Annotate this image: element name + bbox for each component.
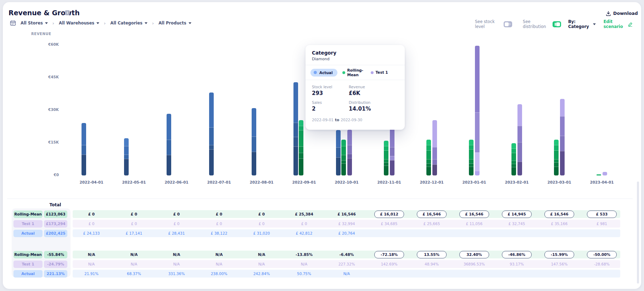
- stat-stock-level: Stock level 293: [312, 85, 347, 96]
- table-cell: £ 32,745: [497, 220, 536, 228]
- legend-item-rolling-mean[interactable]: Rolling-Mean: [342, 68, 366, 77]
- bar-segment: [299, 126, 303, 130]
- table-cell: £ 0: [72, 220, 111, 228]
- download-icon: [606, 11, 611, 16]
- bar-segment: [390, 129, 394, 147]
- bar-rm[interactable]: [597, 174, 601, 175]
- bar-segment: [554, 167, 559, 175]
- bar-rm[interactable]: [554, 140, 559, 175]
- bar-actual[interactable]: [82, 123, 86, 175]
- bar-segment: [252, 108, 256, 136]
- editable-cell[interactable]: -50.00%: [587, 251, 617, 258]
- bar-segment: [384, 141, 388, 146]
- calendar-icon[interactable]: [10, 20, 16, 26]
- bar-actual[interactable]: [293, 82, 298, 175]
- editable-cell[interactable]: £ 16,546: [544, 211, 574, 218]
- bar-segment: [554, 150, 559, 159]
- by-category-dropdown[interactable]: By: Category: [568, 19, 596, 29]
- bar-segment: [384, 166, 388, 175]
- bar-test1[interactable]: [475, 46, 480, 175]
- table-cell: -28.68%: [582, 260, 621, 268]
- table-cell: N/A: [200, 251, 239, 258]
- table-cell: -6.48%: [327, 251, 366, 258]
- filter-all-categories[interactable]: All Categories: [110, 21, 147, 26]
- table-cell: N/A: [72, 260, 111, 268]
- edit-scenario-button[interactable]: Edit scenario: [604, 19, 633, 29]
- bar-rm[interactable]: [511, 143, 516, 175]
- table-cell: £ 28,431: [157, 229, 196, 237]
- table-cell: £ 25,665: [412, 220, 451, 228]
- row-label-pill[interactable]: Actual: [13, 270, 43, 278]
- bar-test1[interactable]: [603, 172, 607, 175]
- bar-segment: [347, 145, 352, 154]
- editable-cell[interactable]: £ 16,012: [374, 211, 404, 218]
- table-cell: 142.69%: [370, 260, 409, 268]
- bar-test1[interactable]: [347, 130, 352, 175]
- table-cell: £ 0: [200, 220, 239, 228]
- editable-cell[interactable]: £ 16,546: [459, 211, 489, 218]
- x-axis-label: 2022-06-01: [159, 180, 194, 184]
- info-icon[interactable]: i: [65, 10, 70, 15]
- bar-segment: [167, 140, 171, 155]
- bar-test1[interactable]: [517, 104, 522, 175]
- editable-cell[interactable]: -46.86%: [502, 251, 532, 258]
- filter-all-warehouses[interactable]: All Warehouses: [59, 21, 99, 26]
- bar-segment: [299, 158, 303, 175]
- bar-segment: [341, 146, 346, 155]
- toggle-on-indicator: [555, 23, 556, 26]
- row-label-pill[interactable]: Rolling-Mean: [13, 251, 43, 258]
- bar-rm[interactable]: [426, 140, 431, 175]
- scrollbar[interactable]: [637, 181, 639, 284]
- editable-cell[interactable]: 13.55%: [417, 251, 447, 258]
- bar-segment: [469, 159, 474, 163]
- bar-rm[interactable]: [469, 140, 474, 175]
- editable-cell[interactable]: £ 14,945: [502, 211, 532, 218]
- bar-segment: [469, 145, 474, 149]
- bar-segment: [426, 167, 431, 175]
- bar-segment: [554, 145, 559, 150]
- row-label-pill[interactable]: Actual: [13, 230, 43, 237]
- header-controls: See stock level See distribution By: Cat…: [475, 19, 633, 29]
- table-cell: N/A: [157, 260, 196, 268]
- y-axis-title: REVENUE: [31, 32, 51, 36]
- row-label-pill[interactable]: Test 1: [13, 220, 43, 228]
- editable-cell[interactable]: -15.99%: [544, 251, 574, 258]
- bar-actual[interactable]: [124, 138, 129, 175]
- filter-all-stores[interactable]: All Stores: [21, 21, 48, 26]
- bar-rm[interactable]: [341, 140, 346, 175]
- bar-segment: [511, 161, 516, 164]
- table-cell: N/A: [200, 260, 239, 268]
- bar-actual[interactable]: [336, 130, 341, 175]
- bar-test1[interactable]: [390, 129, 394, 175]
- bar-segment: [390, 147, 394, 156]
- editable-cell[interactable]: £ 533: [587, 211, 617, 218]
- filter-all-products[interactable]: All Products: [158, 21, 191, 26]
- x-axis-label: 2022-09-01: [287, 180, 321, 184]
- bar-segment: [293, 82, 298, 122]
- editable-cell[interactable]: £ 16,546: [417, 211, 447, 218]
- bar-rm[interactable]: [384, 141, 388, 175]
- legend-item-actual[interactable]: Actual: [310, 69, 337, 77]
- table-cell: 242.84%: [242, 270, 281, 278]
- bar-actual[interactable]: [167, 114, 171, 175]
- row-label-pill[interactable]: Rolling-Mean: [13, 211, 43, 218]
- bar-test1[interactable]: [560, 99, 565, 175]
- row-label-pill[interactable]: Test 1: [13, 261, 43, 268]
- bar-actual[interactable]: [252, 108, 256, 175]
- stock-level-toggle[interactable]: [504, 21, 512, 27]
- table-cell: £ 0: [72, 210, 111, 218]
- download-button[interactable]: Download: [606, 11, 638, 16]
- bar-rm[interactable]: [299, 120, 303, 175]
- bar-segment: [299, 153, 303, 158]
- editable-cell[interactable]: 32.40%: [459, 251, 489, 258]
- bar-segment: [299, 120, 303, 125]
- editable-cell[interactable]: -72.18%: [374, 251, 404, 258]
- bar-actual[interactable]: [209, 93, 214, 175]
- chevron-down-icon: [96, 22, 99, 24]
- table-cell: £ 42,812: [285, 229, 324, 237]
- stat-sales: Sales 2: [312, 100, 347, 112]
- bar-test1[interactable]: [432, 120, 437, 175]
- legend-dot-actual: [314, 71, 317, 74]
- legend-item-test1[interactable]: Test 1: [371, 70, 388, 75]
- distribution-toggle[interactable]: [553, 21, 561, 27]
